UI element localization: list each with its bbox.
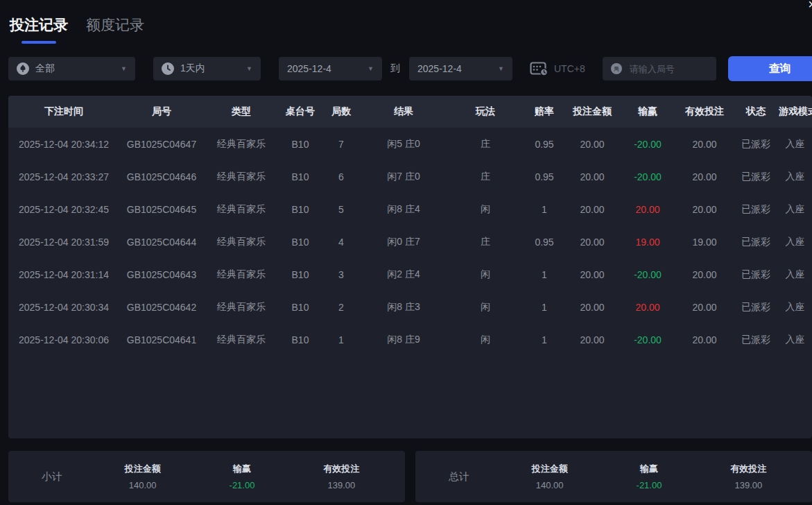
cell-play-type: 庄 [447, 225, 524, 258]
cell-game-mode: 入座 [778, 258, 812, 291]
subtotal-win-loss: 输赢 -21.00 [192, 463, 291, 490]
column-header-bet-time: 下注时间 [8, 96, 119, 128]
cell-bet-time: 2025-12-04 20:33:27 [8, 160, 119, 193]
table-row: 2025-12-04 20:34:12GB1025C04647经典百家乐B107… [8, 128, 812, 160]
cell-status: 已派彩 [734, 323, 778, 356]
round-search-box[interactable]: 局 [603, 57, 716, 80]
tab-bet-records-label: 投注记录 [10, 17, 68, 33]
cell-status: 已派彩 [734, 225, 778, 258]
date-from-value: 2025-12-4 [287, 63, 331, 74]
column-header-bet-amount: 投注金额 [564, 96, 620, 128]
cell-round-count: 7 [322, 128, 361, 160]
cell-table-no: B10 [279, 160, 322, 193]
date-to-select[interactable]: 2025-12-4 ▼ [409, 57, 512, 80]
calendar-clock-icon [530, 61, 548, 76]
subtotal-valid-bet: 有效投注 139.00 [292, 463, 391, 490]
cell-game-mode: 入座 [778, 225, 812, 258]
cell-table-no: B10 [279, 128, 322, 160]
chevron-down-icon: ▼ [246, 66, 252, 72]
subtotal-panel: 小计 投注金额 140.00 输赢 -21.00 有效投注 139.00 [8, 451, 405, 502]
cell-game-type: 经典百家乐 [204, 291, 279, 323]
column-header-result: 结果 [361, 96, 447, 128]
date-to-connector-label: 到 [390, 62, 400, 75]
cell-valid-bet: 20.00 [675, 258, 734, 291]
cell-status: 已派彩 [734, 258, 778, 291]
column-header-game-type: 类型 [204, 96, 279, 128]
cell-game-type: 经典百家乐 [204, 160, 279, 193]
cell-table-no: B10 [279, 193, 322, 225]
game-type-select[interactable]: 全部 ▼ [8, 57, 135, 80]
filter-bar: 全部 ▼ 1天内 ▼ 2025-12-4 ▼ 到 2025-12-4 ▼ UTC… [8, 56, 812, 81]
cell-result: 闲8 庄9 [361, 323, 447, 356]
cell-round-id: GB1025C04641 [119, 323, 204, 356]
query-button[interactable]: 查询 [728, 56, 812, 81]
subtotal-label: 小计 [42, 470, 93, 483]
cell-game-type: 经典百家乐 [204, 323, 279, 356]
cell-win-loss: 20.00 [620, 193, 675, 225]
column-header-round-count: 局数 [322, 96, 361, 128]
cell-valid-bet: 19.00 [675, 225, 734, 258]
cell-game-mode: 入座 [778, 323, 812, 356]
cell-status: 已派彩 [734, 291, 778, 323]
cell-bet-amount: 20.00 [564, 323, 620, 356]
cell-play-type: 庄 [447, 160, 524, 193]
cell-win-loss: 20.00 [620, 291, 675, 323]
cell-game-mode: 入座 [778, 160, 812, 193]
date-to-value: 2025-12-4 [417, 63, 462, 74]
date-from-select[interactable]: 2025-12-4 ▼ [279, 57, 382, 80]
cell-table-no: B10 [279, 225, 322, 258]
chevron-down-icon: ▼ [498, 66, 504, 72]
cell-bet-amount: 20.00 [564, 193, 620, 225]
cell-win-loss: -20.00 [620, 258, 675, 291]
round-search-input[interactable] [628, 63, 708, 75]
cell-result: 闲7 庄0 [361, 160, 447, 193]
cell-game-type: 经典百家乐 [204, 225, 279, 258]
round-number-icon: 局 [611, 63, 622, 74]
cell-round-count: 4 [322, 225, 361, 258]
cell-round-count: 5 [322, 193, 361, 225]
tab-quota-records-label: 额度记录 [86, 17, 144, 33]
cell-bet-amount: 20.00 [564, 291, 620, 323]
chevron-down-icon: ▼ [121, 66, 127, 72]
summary-bar: 小计 投注金额 140.00 输赢 -21.00 有效投注 139.00 总计 … [8, 451, 812, 502]
cell-round-id: GB1025C04642 [119, 291, 204, 323]
tab-bet-records[interactable]: 投注记录 [10, 15, 68, 44]
spade-icon [17, 62, 29, 75]
subtotal-bet-amount: 投注金额 140.00 [93, 463, 192, 490]
active-tab-underline [21, 41, 56, 44]
cell-game-type: 经典百家乐 [204, 258, 279, 291]
svg-text:局: 局 [614, 66, 619, 72]
cell-bet-time: 2025-12-04 20:30:34 [8, 291, 119, 323]
cell-round-count: 3 [322, 258, 361, 291]
cell-game-mode: 入座 [778, 128, 812, 160]
time-range-select[interactable]: 1天内 ▼ [153, 57, 261, 80]
cell-odds: 0.95 [524, 128, 564, 160]
tab-bar: 投注记录 额度记录 [10, 15, 144, 44]
table-body: 2025-12-04 20:34:12GB1025C04647经典百家乐B107… [8, 128, 812, 356]
cell-odds: 1 [524, 193, 564, 225]
cell-bet-amount: 20.00 [564, 225, 620, 258]
cell-win-loss: -20.00 [620, 323, 675, 356]
table-row: 2025-12-04 20:30:06GB1025C04641经典百家乐B101… [8, 323, 812, 356]
table-row: 2025-12-04 20:32:45GB1025C04645经典百家乐B105… [8, 193, 812, 225]
cell-round-id: GB1025C04644 [119, 225, 204, 258]
chevron-down-icon: ▼ [368, 66, 374, 72]
close-icon[interactable]: × [808, 0, 812, 11]
cell-bet-time: 2025-12-04 20:30:06 [8, 323, 119, 356]
clock-icon [162, 62, 174, 75]
column-header-table-no: 桌台号 [279, 96, 322, 128]
cell-round-id: GB1025C04645 [119, 193, 204, 225]
column-header-game-mode: 游戏模式 [778, 96, 812, 128]
cell-round-count: 2 [322, 291, 361, 323]
cell-bet-time: 2025-12-04 20:31:59 [8, 225, 119, 258]
cell-valid-bet: 20.00 [675, 323, 734, 356]
total-valid-bet: 有效投注 139.00 [699, 463, 798, 490]
column-header-status: 状态 [734, 96, 778, 128]
column-header-play-type: 玩法 [447, 96, 524, 128]
time-range-value: 1天内 [180, 62, 205, 75]
game-type-value: 全部 [35, 62, 55, 75]
cell-odds: 1 [524, 258, 564, 291]
cell-round-id: GB1025C04646 [119, 160, 204, 193]
column-header-odds: 赔率 [524, 96, 564, 128]
tab-quota-records[interactable]: 额度记录 [86, 15, 144, 35]
